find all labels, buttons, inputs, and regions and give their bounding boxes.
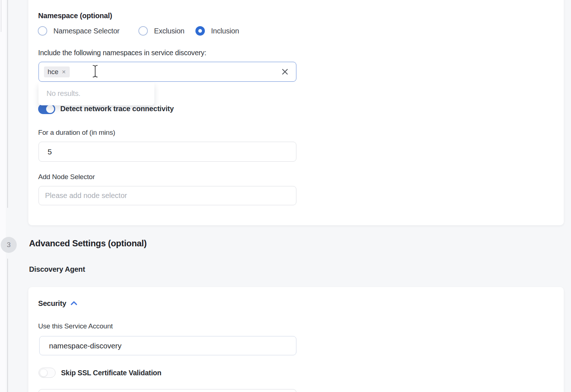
stepper-connector-top	[7, 0, 8, 208]
radio-label: Namespace Selector	[53, 27, 120, 35]
no-results-message: No results.	[46, 89, 154, 98]
detect-network-trace-label: Detect network trace connectivity	[60, 105, 174, 113]
radio-label: Exclusion	[154, 27, 185, 35]
toggle-knob	[40, 369, 48, 377]
include-namespaces-label: Include the following namespaces in serv…	[38, 49, 206, 57]
security-title: Security	[38, 299, 66, 308]
duration-input[interactable]	[39, 142, 296, 162]
radio-inclusion[interactable]: Inclusion	[195, 26, 239, 36]
next-field-partial-input[interactable]	[39, 389, 296, 392]
step-number-badge: 3	[1, 237, 17, 253]
left-edge-line	[1, 0, 1, 32]
radio-label: Inclusion	[211, 27, 239, 35]
discovery-setup-form: Namespace (optional) Namespace Selector …	[0, 0, 571, 392]
skip-ssl-toggle[interactable]	[39, 368, 56, 378]
node-selector-label: Add Node Selector	[38, 173, 95, 181]
clear-input-icon[interactable]	[281, 68, 289, 77]
text-cursor-icon	[92, 65, 98, 79]
discovery-agent-subtitle: Discovery Agent	[29, 265, 85, 274]
stepper-connector-bottom	[7, 259, 8, 392]
node-selector-input[interactable]	[39, 186, 296, 205]
advanced-settings-title: Advanced Settings (optional)	[29, 238, 147, 248]
radio-circle-icon[interactable]	[138, 26, 148, 36]
remove-tag-icon[interactable]: ✕	[62, 69, 66, 74]
namespace-tag-chip: hce ✕	[44, 66, 70, 77]
service-account-label: Use this Service Account	[38, 322, 113, 330]
chevron-up-icon[interactable]	[70, 300, 77, 307]
security-section-header[interactable]: Security	[38, 299, 77, 308]
namespace-section-title: Namespace (optional)	[38, 12, 112, 20]
service-account-input[interactable]	[39, 336, 296, 355]
detect-network-trace-toggle[interactable]	[38, 104, 55, 114]
namespace-suggestions-dropdown: No results.	[39, 82, 154, 105]
radio-exclusion[interactable]: Exclusion	[138, 26, 185, 36]
tag-text: hce	[48, 68, 58, 76]
radio-selected-icon[interactable]	[195, 26, 205, 36]
radio-circle-icon[interactable]	[38, 26, 47, 36]
radio-namespace-selector[interactable]: Namespace Selector	[38, 26, 120, 36]
skip-ssl-label: Skip SSL Certificate Validation	[61, 369, 161, 377]
duration-label: For a duration of (in mins)	[38, 129, 115, 137]
left-gutter	[0, 0, 6, 392]
namespace-multiselect-input[interactable]: hce ✕	[39, 62, 296, 82]
toggle-knob	[46, 105, 54, 113]
